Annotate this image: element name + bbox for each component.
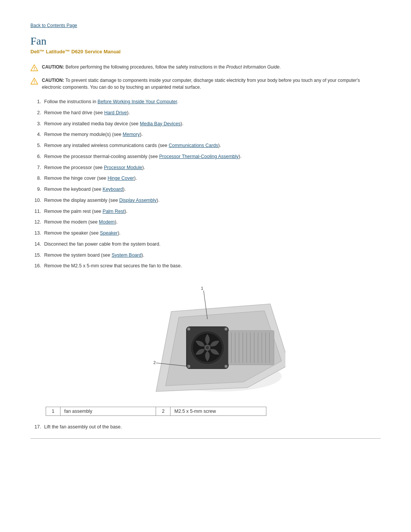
hard-drive-link[interactable]: Hard Drive <box>104 110 127 115</box>
caution-body-1: Before performing the following procedur… <box>64 64 226 70</box>
processor-module-link[interactable]: Processor Module <box>104 165 142 170</box>
instruction-item-4: 4. Remove the memory module(s) (see Memo… <box>30 131 381 138</box>
instruction-text-1: Follow the instructions in Before Workin… <box>44 98 381 105</box>
instruction-text-12: Remove the modem (see Modem). <box>44 219 381 226</box>
instruction-item-1: 1. Follow the instructions in Before Wor… <box>30 98 381 105</box>
instruction-text-15: Remove the system board (see System Boar… <box>44 252 381 259</box>
caution-block-1: ! CAUTION: Before performing the followi… <box>30 64 381 72</box>
instruction-num-16: 16. <box>30 262 41 270</box>
part-label-1: fan assembly <box>60 407 156 416</box>
instruction-num-7: 7. <box>30 164 41 171</box>
caution-body-2: To prevent static damage to components i… <box>42 78 360 90</box>
instruction-item-7: 7. Remove the processor (see Processor M… <box>30 164 381 171</box>
svg-text:2: 2 <box>153 360 156 365</box>
instruction-num-15: 15. <box>30 252 41 259</box>
display-assembly-link[interactable]: Display Assembly <box>119 198 156 203</box>
instruction-item-13: 13. Remove the speaker (see Speaker). <box>30 230 381 237</box>
instruction-item-14: 14. Disconnect the fan power cable from … <box>30 241 381 248</box>
memory-link[interactable]: Memory <box>123 132 140 137</box>
caution-block-2: ! CAUTION: To prevent static damage to c… <box>30 77 381 91</box>
instruction-text-6: Remove the processor thermal-cooling ass… <box>44 153 381 160</box>
instruction-num-6: 6. <box>30 153 41 160</box>
instruction-item-12: 12. Remove the modem (see Modem). <box>30 219 381 226</box>
instruction-text-5: Remove any installed wireless communicat… <box>44 142 381 149</box>
speaker-link[interactable]: Speaker <box>100 230 118 236</box>
instruction-item-8: 8. Remove the hinge cover (see Hinge Cov… <box>30 175 381 182</box>
svg-point-25 <box>225 365 228 368</box>
thermal-cooling-link[interactable]: Processor Thermal-Cooling Assembly <box>159 154 239 159</box>
instruction-item-15: 15. Remove the system board (see System … <box>30 252 381 259</box>
instruction-num-8: 8. <box>30 175 41 182</box>
before-working-link[interactable]: Before Working Inside Your Computer <box>97 99 177 104</box>
page-subtitle: Dell™ Latitude™ D620 Service Manual <box>30 49 381 54</box>
instruction-text-4: Remove the memory module(s) (see Memory)… <box>44 131 381 138</box>
instruction-num-2: 2. <box>30 109 41 117</box>
instruction-text-7: Remove the processor (see Processor Modu… <box>44 164 381 171</box>
caution-label-1: CAUTION: <box>42 64 64 70</box>
caution-icon-2: ! <box>30 77 38 85</box>
comms-cards-link[interactable]: Communications Cards <box>169 143 218 148</box>
instruction-item-3: 3. Remove any installed media bay device… <box>30 120 381 128</box>
instruction-text-9: Remove the keyboard (see Keyboard). <box>44 186 381 193</box>
svg-point-9 <box>206 346 209 349</box>
instruction-item-2: 2. Remove the hard drive (see Hard Drive… <box>30 109 381 117</box>
caution-italic-1: Product Information Guide <box>226 64 279 70</box>
instruction-item-16: 16. Remove the M2.5 x 5-mm screw that se… <box>30 262 381 270</box>
keyboard-link[interactable]: Keyboard <box>103 187 123 192</box>
instruction-17-block: 17. Lift the fan assembly out of the bas… <box>30 423 381 431</box>
part-num-2: 2 <box>156 407 170 416</box>
instructions-list: 1. Follow the instructions in Before Wor… <box>30 98 381 270</box>
instruction-item-5: 5. Remove any installed wireless communi… <box>30 142 381 149</box>
media-bay-link[interactable]: Media Bay Devices <box>140 121 181 126</box>
modem-link[interactable]: Modem <box>99 219 115 225</box>
svg-point-22 <box>187 328 190 331</box>
instruction-num-5: 5. <box>30 142 41 149</box>
instruction-text-17: Lift the fan assembly out of the base. <box>44 423 381 431</box>
instruction-item-6: 6. Remove the processor thermal-cooling … <box>30 153 381 160</box>
parts-table-row: 1 fan assembly 2 M2.5 x 5-mm screw <box>46 407 266 416</box>
part-label-2: M2.5 x 5-mm screw <box>170 407 266 416</box>
bottom-divider <box>30 438 381 439</box>
part-num-1: 1 <box>46 407 61 416</box>
instruction-num-9: 9. <box>30 186 41 193</box>
caution-text-2: CAUTION: To prevent static damage to com… <box>42 77 381 91</box>
instruction-num-10: 10. <box>30 197 41 204</box>
caution-icon-1: ! <box>30 64 38 72</box>
instruction-num-3: 3. <box>30 120 41 128</box>
svg-text:1: 1 <box>201 286 203 291</box>
instruction-item-9: 9. Remove the keyboard (see Keyboard). <box>30 186 381 193</box>
instruction-num-13: 13. <box>30 230 41 237</box>
instruction-text-3: Remove any installed media bay device (s… <box>44 120 381 128</box>
instruction-num-1: 1. <box>30 98 41 105</box>
caution-period-1: . <box>279 64 280 70</box>
caution-text-1: CAUTION: Before performing the following… <box>42 64 381 70</box>
instruction-num-4: 4. <box>30 131 41 138</box>
instruction-text-11: Remove the palm rest (see Palm Rest). <box>44 208 381 215</box>
instruction-text-14: Disconnect the fan power cable from the … <box>44 241 381 248</box>
instruction-item-17: 17. Lift the fan assembly out of the bas… <box>30 423 381 431</box>
page-title: Fan <box>30 35 381 47</box>
svg-text:!: ! <box>33 66 35 71</box>
instruction-num-17: 17. <box>30 423 41 431</box>
instruction-num-14: 14. <box>30 241 41 248</box>
instruction-text-10: Remove the display assembly (see Display… <box>44 197 381 204</box>
palm-rest-link[interactable]: Palm Rest <box>103 209 125 214</box>
caution-label-2: CAUTION: <box>42 78 64 83</box>
fan-diagram: 1 2 <box>30 281 381 399</box>
hinge-cover-link[interactable]: Hinge Cover <box>108 176 134 181</box>
fan-diagram-svg: 1 2 <box>126 281 285 399</box>
instruction-text-13: Remove the speaker (see Speaker). <box>44 230 381 237</box>
instruction-item-10: 10. Remove the display assembly (see Dis… <box>30 197 381 204</box>
instruction-text-8: Remove the hinge cover (see Hinge Cover)… <box>44 175 381 182</box>
instruction-num-12: 12. <box>30 219 41 226</box>
instruction-text-16: Remove the M2.5 x 5-mm screw that secure… <box>44 262 381 270</box>
back-to-contents-link[interactable]: Back to Contents Page <box>30 23 381 28</box>
instruction-text-2: Remove the hard drive (see Hard Drive). <box>44 109 381 117</box>
system-board-link[interactable]: System Board <box>112 252 142 258</box>
svg-text:!: ! <box>33 80 35 84</box>
instruction-item-11: 11. Remove the palm rest (see Palm Rest)… <box>30 208 381 215</box>
svg-point-23 <box>225 328 228 331</box>
instruction-num-11: 11. <box>30 208 41 215</box>
parts-table: 1 fan assembly 2 M2.5 x 5-mm screw <box>46 407 266 416</box>
